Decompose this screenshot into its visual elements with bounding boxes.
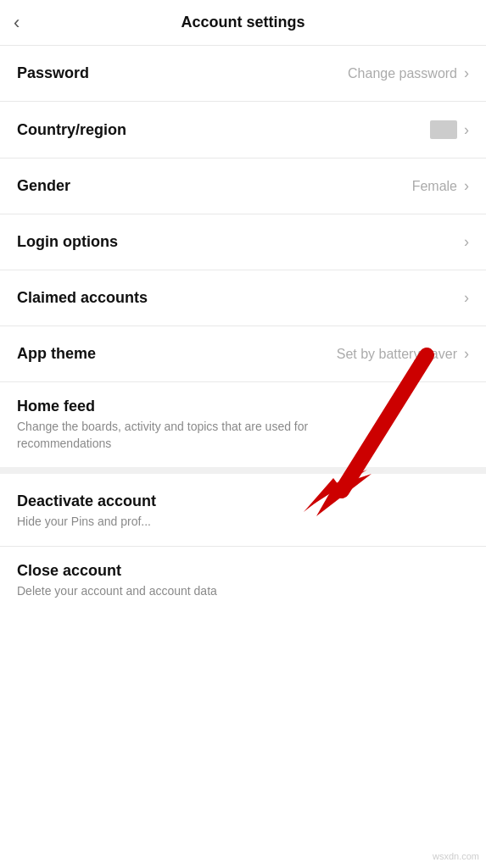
settings-item-right-gender: Female ›	[412, 177, 469, 195]
settings-item-left-theme: App theme	[17, 345, 327, 363]
chevron-icon-country: ›	[464, 121, 469, 139]
settings-item-right-password: Change password ›	[348, 64, 469, 82]
watermark: wsxdn.com	[433, 851, 479, 861]
settings-item-claimed-accounts[interactable]: Claimed accounts ›	[0, 270, 486, 326]
home-feed-sublabel: Change the boards, activity and topics t…	[17, 419, 356, 452]
settings-value-gender: Female	[412, 179, 457, 194]
settings-item-left-login: Login options	[17, 233, 454, 251]
settings-label-login-options: Login options	[17, 233, 454, 251]
page-title: Account settings	[181, 14, 304, 31]
deactivate-label: Deactivate account	[17, 492, 469, 510]
bottom-section: Deactivate account Hide your Pins and pr…	[0, 474, 486, 615]
settings-item-left: Password	[17, 64, 338, 82]
close-account-label: Close account	[17, 562, 469, 580]
chevron-icon-theme: ›	[464, 345, 469, 363]
settings-item-right-claimed: ›	[464, 289, 469, 307]
settings-item-left-gender: Gender	[17, 177, 402, 195]
section-divider	[0, 467, 486, 474]
settings-item-right-theme: Set by battery saver ›	[337, 345, 469, 363]
settings-item-deactivate[interactable]: Deactivate account Hide your Pins and pr…	[0, 477, 486, 547]
chevron-icon-gender: ›	[464, 177, 469, 195]
settings-label-password: Password	[17, 64, 338, 82]
settings-item-home-feed[interactable]: Home feed Change the boards, activity an…	[0, 382, 486, 467]
settings-label-app-theme: App theme	[17, 345, 327, 363]
settings-item-close-account[interactable]: Close account Delete your account and ac…	[0, 547, 486, 615]
chevron-icon-claimed: ›	[464, 289, 469, 307]
header: ‹ Account settings	[0, 0, 486, 46]
settings-label-claimed-accounts: Claimed accounts	[17, 289, 454, 307]
chevron-icon-login: ›	[464, 233, 469, 251]
settings-value-password: Change password	[348, 66, 457, 81]
close-account-sublabel: Delete your account and account data	[17, 583, 469, 600]
settings-item-left-claimed: Claimed accounts	[17, 289, 454, 307]
settings-item-password[interactable]: Password Change password ›	[0, 46, 486, 102]
settings-item-right-login: ›	[464, 233, 469, 251]
home-feed-label: Home feed	[17, 398, 469, 415]
settings-label-gender: Gender	[17, 177, 402, 195]
settings-item-app-theme[interactable]: App theme Set by battery saver ›	[0, 326, 486, 382]
settings-item-country[interactable]: Country/region ›	[0, 102, 486, 159]
chevron-icon-password: ›	[464, 64, 469, 82]
settings-label-country: Country/region	[17, 121, 420, 139]
settings-item-login-options[interactable]: Login options ›	[0, 214, 486, 270]
settings-list: Password Change password › Country/regio…	[0, 46, 486, 467]
settings-item-gender[interactable]: Gender Female ›	[0, 159, 486, 214]
deactivate-sublabel: Hide your Pins and prof...	[17, 514, 469, 531]
flag-icon	[430, 120, 457, 139]
settings-item-left-country: Country/region	[17, 121, 420, 139]
settings-item-right-country: ›	[430, 120, 469, 139]
back-button[interactable]: ‹	[14, 12, 20, 34]
settings-value-app-theme: Set by battery saver	[337, 347, 457, 362]
